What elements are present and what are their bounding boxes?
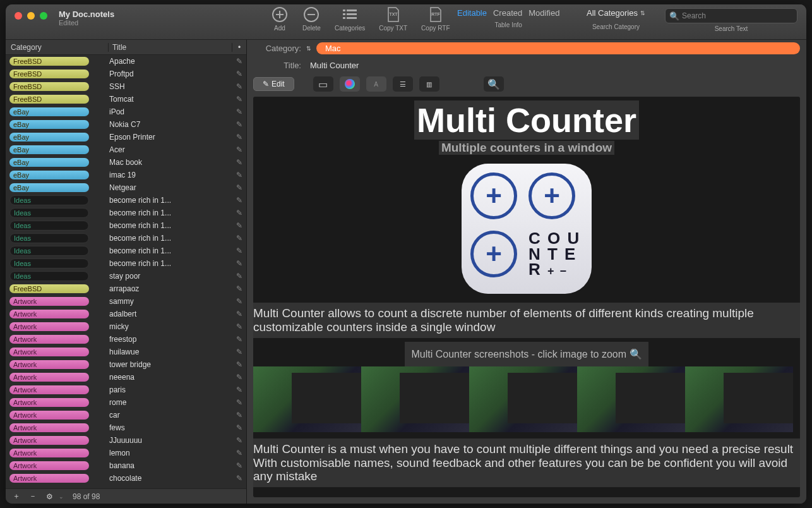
- pencil-icon[interactable]: ✎: [232, 209, 246, 217]
- pencil-icon[interactable]: ✎: [232, 449, 246, 457]
- chevron-down-icon[interactable]: ⌄: [59, 493, 64, 500]
- list-item[interactable]: eBayNokia C7✎: [6, 118, 246, 131]
- pencil-icon[interactable]: ✎: [232, 234, 246, 243]
- pencil-icon[interactable]: ✎: [232, 385, 246, 394]
- gear-icon[interactable]: ⚙: [42, 492, 56, 501]
- add-note-button[interactable]: ＋: [9, 491, 23, 502]
- pencil-icon[interactable]: ✎: [232, 95, 246, 104]
- zoom-icon[interactable]: [40, 12, 47, 20]
- list-item[interactable]: eBayMac book✎: [6, 156, 246, 169]
- pencil-icon[interactable]: ✎: [232, 423, 246, 432]
- pencil-icon[interactable]: ✎: [232, 171, 246, 179]
- sort-modified[interactable]: Modified: [528, 8, 559, 18]
- list-item[interactable]: FreeBSDProftpd✎: [6, 68, 246, 80]
- pencil-icon[interactable]: ✎: [232, 411, 246, 420]
- pencil-icon[interactable]: ✎: [232, 474, 246, 483]
- pencil-icon[interactable]: ✎: [232, 373, 246, 382]
- col-category[interactable]: Category: [6, 43, 109, 52]
- insert-image-button[interactable]: ▭: [313, 76, 333, 92]
- pencil-icon[interactable]: ✎: [232, 297, 246, 306]
- category-filter-select[interactable]: All Categories ⇅: [587, 8, 645, 18]
- list-item[interactable]: Artworkmicky✎: [6, 320, 246, 333]
- pencil-icon[interactable]: ✎: [232, 335, 246, 344]
- list-item[interactable]: eBayEpson Printer✎: [6, 131, 246, 143]
- bullets-button[interactable]: ☰: [393, 76, 413, 92]
- list-item[interactable]: Ideasbecome rich in 1...✎: [6, 232, 246, 245]
- pencil-icon[interactable]: ✎: [232, 272, 246, 281]
- pencil-icon[interactable]: ✎: [232, 133, 246, 142]
- list-item[interactable]: Artworkadalbert✎: [6, 308, 246, 320]
- col-dot[interactable]: •: [232, 43, 246, 52]
- screenshot-thumb[interactable]: [361, 366, 469, 432]
- pencil-icon[interactable]: ✎: [232, 310, 246, 318]
- pencil-icon[interactable]: ✎: [232, 322, 246, 331]
- updown-icon[interactable]: ⇅: [306, 45, 311, 52]
- copy-rtf-button[interactable]: RTF Copy RTF: [421, 6, 450, 32]
- pencil-icon[interactable]: ✎: [232, 360, 246, 369]
- list-item[interactable]: FreeBSDTomcat✎: [6, 93, 246, 106]
- list-item[interactable]: Artworkrome✎: [6, 396, 246, 409]
- minimize-icon[interactable]: [27, 12, 35, 20]
- list-item[interactable]: Artworkneeena✎: [6, 371, 246, 384]
- screenshot-thumb[interactable]: [685, 366, 793, 432]
- list-item[interactable]: Ideasbecome rich in 1...✎: [6, 207, 246, 219]
- categories-button[interactable]: Categories: [335, 6, 365, 32]
- sort-created[interactable]: Created: [493, 8, 522, 18]
- list-item[interactable]: eBayNetgear✎: [6, 181, 246, 194]
- category-pill[interactable]: Mac: [316, 42, 800, 54]
- screenshot-thumb[interactable]: [469, 366, 577, 432]
- close-icon[interactable]: [15, 12, 22, 20]
- list-item[interactable]: FreeBSDSSH✎: [6, 80, 246, 93]
- edit-button[interactable]: ✎ Edit: [253, 77, 294, 91]
- list-item[interactable]: eBayimac 19✎: [6, 169, 246, 181]
- search-input[interactable]: [665, 8, 797, 23]
- list-item[interactable]: Ideasbecome rich in 1...✎: [6, 219, 246, 232]
- pencil-icon[interactable]: ✎: [232, 436, 246, 445]
- remove-note-button[interactable]: －: [26, 491, 40, 502]
- pencil-icon[interactable]: ✎: [232, 57, 246, 66]
- pencil-icon[interactable]: ✎: [232, 221, 246, 230]
- copy-txt-button[interactable]: TXT Copy TXT: [379, 6, 407, 32]
- list-item[interactable]: Artworktower bridge✎: [6, 358, 246, 371]
- find-button[interactable]: 🔍: [484, 76, 504, 92]
- col-title[interactable]: Title: [109, 43, 232, 52]
- list-item[interactable]: Artworkparis✎: [6, 384, 246, 396]
- list-item[interactable]: Artworklemon✎: [6, 447, 246, 459]
- delete-button[interactable]: Delete: [302, 6, 321, 32]
- pencil-icon[interactable]: ✎: [232, 70, 246, 78]
- pencil-icon[interactable]: ✎: [232, 461, 246, 470]
- list-item[interactable]: eBayAcer✎: [6, 143, 246, 156]
- list-item[interactable]: Ideasbecome rich in 1...✎: [6, 194, 246, 207]
- list-item[interactable]: Ideasbecome rich in 1...✎: [6, 257, 246, 270]
- pencil-icon[interactable]: ✎: [232, 259, 246, 268]
- list-item[interactable]: Artworksammy✎: [6, 295, 246, 308]
- list-item[interactable]: Artworkfews✎: [6, 421, 246, 434]
- sort-editable[interactable]: Editable: [457, 8, 487, 18]
- pencil-icon[interactable]: ✎: [232, 158, 246, 167]
- pencil-icon[interactable]: ✎: [232, 246, 246, 255]
- content-viewer[interactable]: Multi Counter Multiple counters in a win…: [253, 97, 800, 497]
- pencil-icon[interactable]: ✎: [232, 348, 246, 356]
- add-button[interactable]: Add: [271, 6, 289, 32]
- list-item[interactable]: ArtworkJJuuuuuu✎: [6, 434, 246, 447]
- columns-button[interactable]: ▥: [419, 76, 439, 92]
- title-input[interactable]: [306, 59, 800, 71]
- pencil-icon[interactable]: ✎: [232, 107, 246, 116]
- list-item[interactable]: Artworkhuilawue✎: [6, 346, 246, 358]
- screenshot-thumb[interactable]: [577, 366, 685, 432]
- list-item[interactable]: Artworkbanana✎: [6, 459, 246, 472]
- pencil-icon[interactable]: ✎: [232, 284, 246, 293]
- pencil-icon[interactable]: ✎: [232, 196, 246, 205]
- font-button[interactable]: A: [366, 76, 386, 92]
- list-item[interactable]: Artworkchocolate✎: [6, 472, 246, 485]
- list-item[interactable]: eBayiPod✎: [6, 106, 246, 118]
- pencil-icon[interactable]: ✎: [232, 145, 246, 154]
- list-item[interactable]: Artworkcar✎: [6, 409, 246, 421]
- list-item[interactable]: FreeBSDApache✎: [6, 55, 246, 68]
- pencil-icon[interactable]: ✎: [232, 398, 246, 407]
- screenshot-thumb[interactable]: [253, 366, 361, 432]
- pencil-icon[interactable]: ✎: [232, 120, 246, 129]
- notes-list[interactable]: FreeBSDApache✎FreeBSDProftpd✎FreeBSDSSH✎…: [6, 55, 246, 488]
- list-item[interactable]: Ideasstay poor✎: [6, 270, 246, 282]
- list-item[interactable]: Artworkfreestop✎: [6, 333, 246, 346]
